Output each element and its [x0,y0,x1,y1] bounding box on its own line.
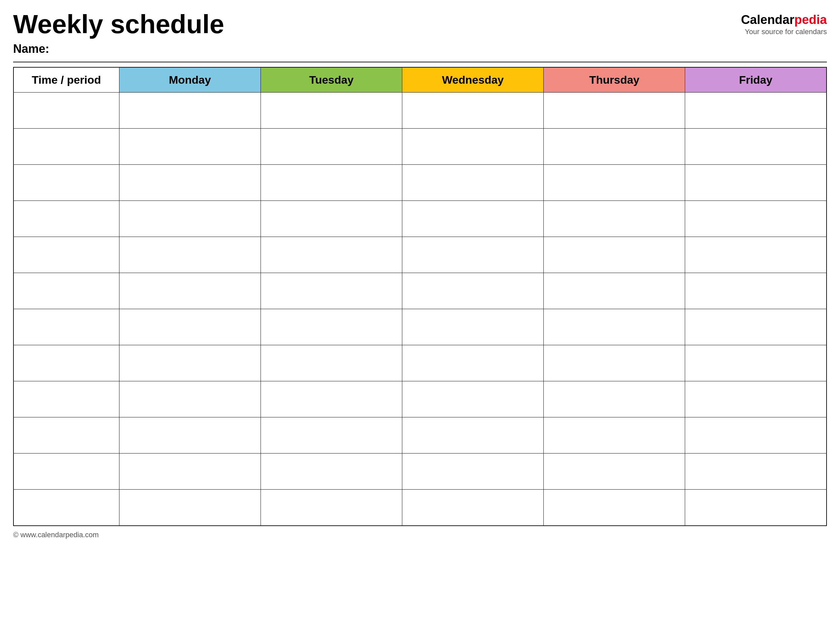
schedule-cell[interactable] [402,381,543,417]
schedule-cell[interactable] [685,237,827,273]
schedule-cell[interactable] [402,345,543,381]
col-header-friday: Friday [685,67,827,93]
table-row [13,201,827,237]
schedule-cell[interactable] [544,309,685,345]
divider [13,62,827,62]
logo-area: Calendarpedia Your source for calendars [741,10,827,36]
schedule-cell[interactable] [685,165,827,201]
schedule-cell[interactable] [119,309,261,345]
schedule-cell[interactable] [261,454,402,490]
schedule-cell[interactable] [402,201,543,237]
title-area: Weekly schedule Name: [13,10,224,56]
schedule-cell[interactable] [544,417,685,454]
schedule-cell[interactable] [119,417,261,454]
time-cell[interactable] [13,454,119,490]
logo-pedia: pedia [794,13,827,27]
time-cell[interactable] [13,165,119,201]
schedule-cell[interactable] [685,309,827,345]
schedule-cell[interactable] [119,454,261,490]
schedule-cell[interactable] [119,273,261,309]
schedule-cell[interactable] [685,345,827,381]
table-row [13,454,827,490]
schedule-cell[interactable] [402,490,543,526]
schedule-cell[interactable] [402,237,543,273]
time-cell[interactable] [13,237,119,273]
schedule-cell[interactable] [402,129,543,165]
table-row [13,237,827,273]
schedule-cell[interactable] [402,165,543,201]
schedule-cell[interactable] [261,93,402,129]
name-label: Name: [13,42,224,56]
schedule-cell[interactable] [544,93,685,129]
schedule-cell[interactable] [261,273,402,309]
time-cell[interactable] [13,381,119,417]
schedule-cell[interactable] [402,93,543,129]
schedule-table: Time / period Monday Tuesday Wednesday T… [13,67,827,526]
schedule-cell[interactable] [261,237,402,273]
schedule-cell[interactable] [685,381,827,417]
time-cell[interactable] [13,417,119,454]
schedule-cell[interactable] [685,273,827,309]
page-title: Weekly schedule [13,10,224,39]
logo-text: Calendarpedia [741,13,827,27]
schedule-cell[interactable] [119,165,261,201]
table-header-row: Time / period Monday Tuesday Wednesday T… [13,67,827,93]
table-row [13,417,827,454]
schedule-cell[interactable] [119,201,261,237]
schedule-cell[interactable] [261,490,402,526]
time-cell[interactable] [13,309,119,345]
schedule-cell[interactable] [402,454,543,490]
schedule-cell[interactable] [685,201,827,237]
schedule-cell[interactable] [544,345,685,381]
schedule-cell[interactable] [402,309,543,345]
schedule-cell[interactable] [402,273,543,309]
schedule-cell[interactable] [685,490,827,526]
schedule-cell[interactable] [119,93,261,129]
table-row [13,309,827,345]
schedule-cell[interactable] [685,129,827,165]
schedule-cell[interactable] [261,129,402,165]
schedule-cell[interactable] [544,201,685,237]
table-row [13,165,827,201]
time-cell[interactable] [13,490,119,526]
schedule-cell[interactable] [544,490,685,526]
schedule-cell[interactable] [544,237,685,273]
col-header-thursday: Thursday [544,67,685,93]
header: Weekly schedule Name: Calendarpedia Your… [13,10,827,56]
schedule-cell[interactable] [685,454,827,490]
schedule-cell[interactable] [261,381,402,417]
schedule-cell[interactable] [544,273,685,309]
schedule-cell[interactable] [544,129,685,165]
logo-calendar: Calendar [741,13,794,27]
schedule-cell[interactable] [119,237,261,273]
time-cell[interactable] [13,201,119,237]
schedule-cell[interactable] [261,309,402,345]
table-row [13,490,827,526]
logo-subtitle: Your source for calendars [745,28,827,36]
schedule-cell[interactable] [261,417,402,454]
schedule-cell[interactable] [261,345,402,381]
table-row [13,129,827,165]
schedule-cell[interactable] [119,381,261,417]
schedule-cell[interactable] [119,129,261,165]
footer-url: © www.calendarpedia.com [13,531,99,539]
schedule-cell[interactable] [119,345,261,381]
schedule-cell[interactable] [544,165,685,201]
time-cell[interactable] [13,273,119,309]
col-header-wednesday: Wednesday [402,67,543,93]
schedule-cell[interactable] [544,381,685,417]
schedule-cell[interactable] [544,454,685,490]
schedule-cell[interactable] [685,417,827,454]
table-row [13,345,827,381]
schedule-cell[interactable] [685,93,827,129]
time-cell[interactable] [13,345,119,381]
schedule-cell[interactable] [119,490,261,526]
time-cell[interactable] [13,129,119,165]
schedule-cell[interactable] [261,165,402,201]
col-header-time: Time / period [13,67,119,93]
schedule-cell[interactable] [402,417,543,454]
schedule-body [13,93,827,526]
schedule-cell[interactable] [261,201,402,237]
time-cell[interactable] [13,93,119,129]
table-row [13,381,827,417]
